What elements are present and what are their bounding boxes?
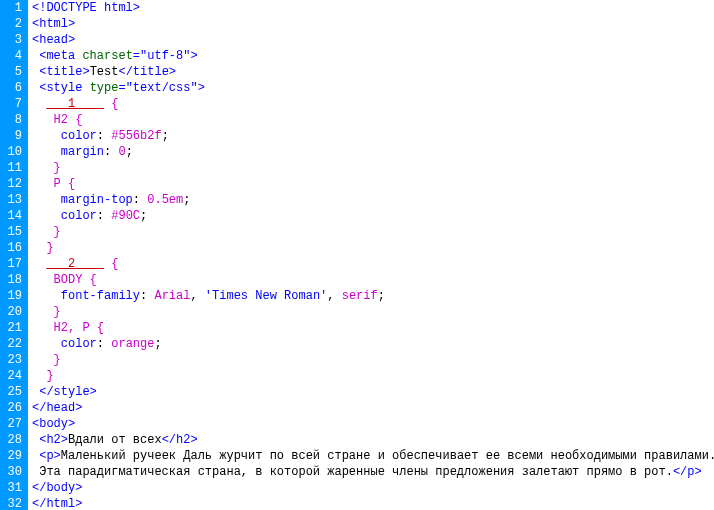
code-token: } — [46, 353, 60, 367]
code-line[interactable]: BODY { — [28, 272, 714, 288]
code-line[interactable]: } — [28, 224, 714, 240]
code-token — [46, 289, 60, 303]
code-line[interactable]: <!DOCTYPE html> — [28, 0, 714, 16]
code-token: ; — [140, 209, 147, 223]
line-number: 27 — [4, 416, 22, 432]
code-token: </p> — [673, 465, 702, 479]
line-number: 2 — [4, 16, 22, 32]
line-number: 8 — [4, 112, 22, 128]
code-line[interactable]: </html> — [28, 496, 714, 510]
line-number: 29 — [4, 448, 22, 464]
code-line[interactable]: color: #556b2f; — [28, 128, 714, 144]
code-token: BODY { — [46, 273, 96, 287]
code-token: </head> — [32, 401, 82, 415]
code-line[interactable]: color: orange; — [28, 336, 714, 352]
code-editor[interactable]: <!DOCTYPE html><html><head> <meta charse… — [28, 0, 714, 510]
code-token: 0 — [118, 145, 125, 159]
code-token: : — [97, 337, 111, 351]
code-line[interactable]: font-family: Arial, 'Times New Roman', s… — [28, 288, 714, 304]
code-token — [46, 337, 60, 351]
line-number: 23 — [4, 352, 22, 368]
code-line[interactable]: 1 { — [28, 96, 714, 112]
code-token: { — [104, 257, 118, 271]
line-number: 18 — [4, 272, 22, 288]
code-token: "utf-8" — [140, 49, 190, 63]
code-token: margin-top — [61, 193, 133, 207]
line-number: 20 — [4, 304, 22, 320]
code-token: ; — [162, 129, 169, 143]
line-number: 10 — [4, 144, 22, 160]
code-token: <title> — [39, 65, 89, 79]
code-token: color — [61, 209, 97, 223]
code-token: </html> — [32, 497, 82, 510]
code-line[interactable]: } — [28, 240, 714, 256]
code-token: : — [140, 289, 154, 303]
code-token: <style — [39, 81, 89, 95]
code-line[interactable]: <head> — [28, 32, 714, 48]
code-token: <head> — [32, 33, 75, 47]
code-token: #556b2f — [111, 129, 161, 143]
code-token: </style> — [39, 385, 97, 399]
code-token: 1 — [46, 97, 104, 111]
code-line[interactable]: } — [28, 304, 714, 320]
code-token: Маленький ручеек Даль журчит по всей стр… — [61, 449, 714, 463]
code-line[interactable]: color: #90C; — [28, 208, 714, 224]
code-line[interactable]: } — [28, 368, 714, 384]
code-line[interactable]: </head> — [28, 400, 714, 416]
code-token: } — [46, 305, 60, 319]
line-number: 16 — [4, 240, 22, 256]
code-line[interactable]: margin-top: 0.5em; — [28, 192, 714, 208]
line-number: 7 — [4, 96, 22, 112]
code-line[interactable]: </style> — [28, 384, 714, 400]
line-number: 4 — [4, 48, 22, 64]
code-line[interactable]: <meta charset="utf-8"> — [28, 48, 714, 64]
code-line[interactable]: H2, P { — [28, 320, 714, 336]
code-token — [46, 193, 60, 207]
code-line[interactable]: Эта парадигматическая страна, в которой … — [28, 464, 714, 480]
line-number: 22 — [4, 336, 22, 352]
code-token: } — [46, 161, 60, 175]
code-token: P { — [46, 177, 75, 191]
code-token: Arial — [154, 289, 190, 303]
code-line[interactable]: } — [28, 160, 714, 176]
code-token: { — [104, 97, 118, 111]
code-line[interactable]: <h2>Вдали от всех</h2> — [28, 432, 714, 448]
code-token: margin — [61, 145, 104, 159]
code-line[interactable]: } — [28, 352, 714, 368]
code-line[interactable]: margin: 0; — [28, 144, 714, 160]
code-token: <p> — [39, 449, 61, 463]
line-number: 30 — [4, 464, 22, 480]
line-number: 3 — [4, 32, 22, 48]
code-line[interactable]: <title>Test</title> — [28, 64, 714, 80]
line-number: 12 — [4, 176, 22, 192]
code-token: orange — [111, 337, 154, 351]
code-token: charset — [82, 49, 132, 63]
code-token: font-family — [61, 289, 140, 303]
code-token: ; — [378, 289, 385, 303]
code-line[interactable]: <body> — [28, 416, 714, 432]
code-token — [46, 145, 60, 159]
code-line[interactable]: P { — [28, 176, 714, 192]
code-line[interactable]: <p>Маленький ручеек Даль журчит по всей … — [28, 448, 714, 464]
line-number-gutter: 1234567891011121314151617181920212223242… — [0, 0, 28, 510]
code-line[interactable]: 2 { — [28, 256, 714, 272]
code-token: , — [190, 289, 204, 303]
line-number: 28 — [4, 432, 22, 448]
code-token: color — [61, 129, 97, 143]
code-line[interactable]: <style type="text/css"> — [28, 80, 714, 96]
code-token: 'Times New Roman' — [205, 289, 327, 303]
code-token — [46, 209, 60, 223]
code-token: </title> — [118, 65, 176, 79]
code-line[interactable]: </body> — [28, 480, 714, 496]
code-token: } — [46, 225, 60, 239]
code-line[interactable]: H2 { — [28, 112, 714, 128]
code-token: </body> — [32, 481, 82, 495]
code-token: ; — [183, 193, 190, 207]
code-token: Test — [90, 65, 119, 79]
code-token: , — [327, 289, 341, 303]
code-token: H2, P { — [46, 321, 104, 335]
code-token: ; — [126, 145, 133, 159]
code-token: : — [97, 209, 111, 223]
code-token: : — [133, 193, 147, 207]
code-line[interactable]: <html> — [28, 16, 714, 32]
